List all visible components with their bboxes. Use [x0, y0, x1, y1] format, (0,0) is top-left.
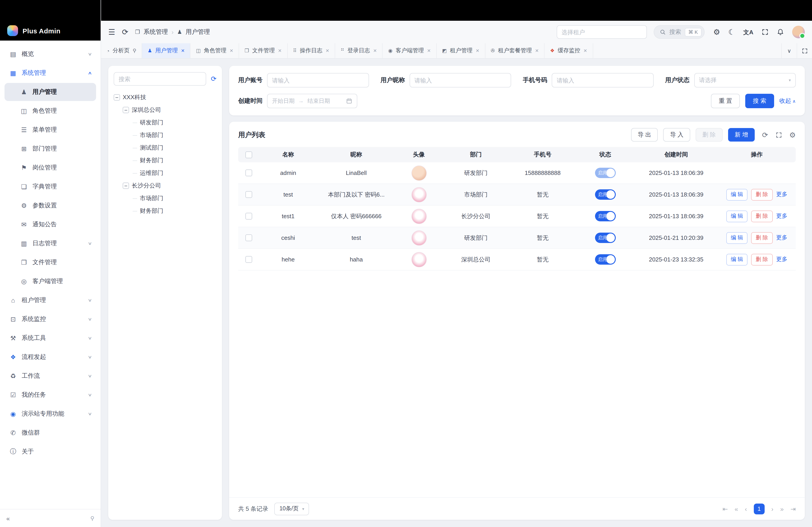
- tab-close-icon[interactable]: ✕: [427, 48, 431, 53]
- delete-button[interactable]: 删 除: [751, 210, 772, 222]
- delete-button[interactable]: 删 除: [751, 232, 772, 244]
- tab-close-icon[interactable]: ✕: [181, 48, 185, 53]
- more-button[interactable]: 更多: [776, 256, 787, 263]
- sidebar-item[interactable]: ☑ 我的任务 ∨: [4, 386, 96, 404]
- user-avatar[interactable]: [792, 26, 805, 38]
- tab[interactable]: ⠿ 操作日志 ✕: [288, 43, 335, 58]
- export-button[interactable]: 导 出: [631, 128, 658, 141]
- tab[interactable]: ◔ 分析页 ⚲: [101, 43, 142, 58]
- phone-input[interactable]: [552, 73, 653, 88]
- sidebar-item[interactable]: ⊞ 部门管理: [4, 140, 96, 158]
- tab-close-icon[interactable]: ✕: [373, 48, 377, 53]
- next-5-pages-icon[interactable]: »: [780, 505, 784, 512]
- pin-icon[interactable]: ⚲: [133, 48, 136, 54]
- reset-button[interactable]: 重 置: [711, 94, 740, 108]
- sidebar-item[interactable]: ❐ 文件管理: [4, 253, 96, 271]
- tab[interactable]: ⠛ 登录日志 ✕: [335, 43, 383, 58]
- status-toggle[interactable]: 启用: [595, 189, 615, 200]
- prev-page-icon[interactable]: ‹: [745, 505, 747, 512]
- sidebar-item[interactable]: ◫ 角色管理: [4, 102, 96, 120]
- more-button[interactable]: 更多: [776, 234, 787, 242]
- row-checkbox[interactable]: [245, 191, 252, 198]
- sidebar-item[interactable]: ▥ 日志管理 ∨: [4, 235, 96, 253]
- notifications-icon[interactable]: [777, 28, 784, 35]
- tree-node[interactable]: XXX科技: [114, 91, 217, 104]
- bulk-delete-button[interactable]: 删 除: [696, 128, 723, 141]
- tab-close-icon[interactable]: ✕: [476, 48, 480, 53]
- first-page-icon[interactable]: ⇤: [723, 505, 728, 512]
- tab[interactable]: ◩ 租户管理 ✕: [437, 43, 485, 58]
- page-size-select[interactable]: 10条/页 ▾: [275, 502, 309, 515]
- tabs-fullscreen-button[interactable]: [797, 43, 812, 58]
- tree-node[interactable]: 市场部门: [114, 192, 217, 205]
- sidebar-item[interactable]: ⚑ 岗位管理: [4, 159, 96, 177]
- prev-5-pages-icon[interactable]: «: [735, 505, 738, 512]
- edit-button[interactable]: 编 辑: [726, 210, 748, 222]
- global-search[interactable]: 搜索 ⌘ K: [653, 25, 705, 39]
- status-toggle[interactable]: 启用: [595, 254, 615, 265]
- sidebar-item[interactable]: ♻ 工作流 ∨: [4, 367, 96, 385]
- tree-node[interactable]: 深圳总公司: [114, 104, 217, 116]
- refresh-icon[interactable]: ⟳: [122, 28, 129, 36]
- sidebar-item[interactable]: ◉ 演示站专用功能 ∨: [4, 405, 96, 423]
- row-checkbox[interactable]: [245, 256, 252, 263]
- tabs-dropdown-button[interactable]: ∨: [781, 43, 797, 58]
- select-all-checkbox[interactable]: [245, 151, 252, 158]
- row-checkbox[interactable]: [245, 213, 252, 220]
- date-range-picker[interactable]: 开始日期 → 结束日期: [267, 94, 357, 108]
- sidebar-item[interactable]: ▤ 概览 ∨: [4, 45, 96, 63]
- tab-close-icon[interactable]: ✕: [278, 48, 282, 53]
- edit-button[interactable]: 编 辑: [726, 232, 748, 244]
- fullscreen-icon[interactable]: [775, 132, 782, 138]
- tab[interactable]: ◫ 角色管理 ✕: [191, 43, 239, 58]
- collapse-filters-link[interactable]: 收起∧: [779, 97, 796, 105]
- breadcrumb-system[interactable]: 系统管理: [144, 28, 168, 36]
- tenant-select-input[interactable]: [556, 25, 647, 39]
- tree-node[interactable]: 财务部门: [114, 205, 217, 217]
- tree-node[interactable]: 测试部门: [114, 141, 217, 154]
- add-button[interactable]: 新 增: [728, 128, 755, 141]
- edit-button[interactable]: 编 辑: [726, 254, 748, 265]
- fullscreen-icon[interactable]: [762, 28, 769, 35]
- status-toggle[interactable]: 启用: [595, 211, 615, 221]
- search-button[interactable]: 搜 索: [745, 94, 774, 108]
- tab-close-icon[interactable]: ✕: [230, 48, 233, 53]
- sidebar-item[interactable]: ⚒ 系统工具 ∨: [4, 329, 96, 347]
- tab-close-icon[interactable]: ✕: [325, 48, 329, 53]
- user-status-select[interactable]: 请选择 ▾: [694, 73, 796, 88]
- sidebar-toggle-icon[interactable]: ☰: [108, 28, 115, 36]
- sidebar-item[interactable]: ♟ 用户管理: [4, 83, 96, 101]
- sidebar-item[interactable]: ✉ 通知公告: [4, 215, 96, 234]
- tab-close-icon[interactable]: ✕: [583, 48, 587, 53]
- tab[interactable]: ♟ 用户管理 ✕: [142, 43, 191, 58]
- tree-node[interactable]: 运维部门: [114, 167, 217, 179]
- tab-close-icon[interactable]: ✕: [535, 48, 539, 53]
- next-page-icon[interactable]: ›: [771, 505, 773, 512]
- tree-refresh-icon[interactable]: ⟳: [211, 75, 217, 83]
- more-button[interactable]: 更多: [776, 191, 787, 198]
- sidebar-item[interactable]: ◎ 客户端管理: [4, 272, 96, 290]
- sidebar-item[interactable]: ⊡ 系统监控 ∨: [4, 310, 96, 328]
- delete-button[interactable]: 删 除: [751, 254, 772, 265]
- tree-collapse-icon[interactable]: [123, 107, 129, 113]
- row-checkbox[interactable]: [245, 169, 252, 176]
- sidebar-item[interactable]: ⚙ 参数设置: [4, 197, 96, 215]
- language-icon[interactable]: 文A: [743, 29, 753, 35]
- tab[interactable]: ✇ 租户套餐管理 ✕: [485, 43, 545, 58]
- tab[interactable]: ❖ 缓存监控 ✕: [545, 43, 593, 58]
- edit-button[interactable]: 编 辑: [726, 189, 748, 200]
- row-checkbox[interactable]: [245, 235, 252, 241]
- collapse-sidebar-icon[interactable]: «: [6, 515, 10, 522]
- user-nickname-input[interactable]: [409, 73, 511, 88]
- sidebar-item[interactable]: ⌂ 租户管理 ∨: [4, 291, 96, 309]
- status-toggle[interactable]: 启用: [595, 168, 615, 178]
- user-account-input[interactable]: [267, 73, 369, 88]
- sidebar-item[interactable]: ❖ 流程发起 ∨: [4, 348, 96, 366]
- sidebar-item[interactable]: ☰ 菜单管理: [4, 121, 96, 139]
- breadcrumb-users[interactable]: 用户管理: [186, 28, 210, 36]
- settings-icon[interactable]: ⚙: [713, 28, 720, 36]
- tree-collapse-icon[interactable]: [123, 183, 129, 189]
- sidebar-item[interactable]: ❏ 字典管理: [4, 178, 96, 196]
- tree-node[interactable]: 长沙分公司: [114, 179, 217, 192]
- tree-node[interactable]: 研发部门: [114, 116, 217, 129]
